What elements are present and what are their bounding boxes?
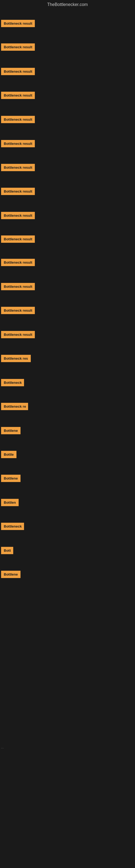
bottleneck-badge: Bottlene [1,427,20,434]
bottleneck-badge: Bottlene [1,475,20,482]
list-item: Bottleneck result [0,114,135,126]
bottleneck-badge: Bottleneck res [1,355,31,362]
list-item: Bottleneck result [0,138,135,151]
list-item: Bottleneck result [0,41,135,54]
bottleneck-badge: Bottleneck result [1,116,35,123]
list-item: Bottleneck result [0,281,135,293]
list-item: Bottlene [0,472,135,485]
list-item: Bottleneck result [0,305,135,317]
bottleneck-badge: Bottleneck result [1,140,35,147]
bottleneck-badge: Bottlen [1,499,18,506]
list-item: Bottleneck re [0,401,135,413]
bottleneck-badge: Bottleneck result [1,283,35,290]
list-item: Bottleneck result [0,162,135,175]
dots-indicator: ... [1,745,4,749]
bottleneck-badge: Bottleneck result [1,164,35,171]
list-item: Bottle [0,448,135,461]
bottleneck-badge: Bottle [1,451,16,458]
site-title: TheBottlenecker.com [0,0,135,10]
bottleneck-badge: Bottleneck [1,379,24,386]
bottleneck-badge: Bottlene [1,571,20,578]
bottleneck-badge: Bottleneck [1,523,24,530]
list-item: Bottleneck [0,377,135,390]
list-item: Bottleneck result [0,257,135,269]
bottleneck-badge: Bottleneck result [1,307,35,314]
bottleneck-badge: Bottleneck re [1,403,28,410]
list-item: Bottleneck result [0,233,135,246]
bottleneck-badge: Bottleneck result [1,259,35,266]
bottleneck-badge: Bottleneck result [1,212,35,219]
bottleneck-badge: Bottleneck result [1,43,35,51]
list-item: Bottleneck result [0,18,135,30]
list-item: Bottleneck [0,521,135,533]
bottleneck-badge: Bottleneck result [1,236,35,243]
list-item: Bott [0,545,135,557]
bottleneck-badge: Bottleneck result [1,188,35,195]
list-item: Bottlene [0,568,135,581]
list-item: Bottleneck result [0,329,135,341]
list-item: Bottleneck res [0,352,135,365]
list-item: Bottleneck result [0,90,135,102]
bottleneck-badge: Bottleneck result [1,331,35,338]
list-item: Bottlen [0,497,135,509]
list-item: Bottleneck result [0,186,135,198]
bottleneck-badge: Bott [1,547,13,554]
list-item: Bottleneck result [0,66,135,79]
bottleneck-badge: Bottleneck result [1,20,35,27]
bottleneck-badge: Bottleneck result [1,68,35,75]
list-item: Bottlene [0,425,135,437]
bottleneck-badge: Bottleneck result [1,92,35,99]
list-item: Bottleneck result [0,210,135,222]
